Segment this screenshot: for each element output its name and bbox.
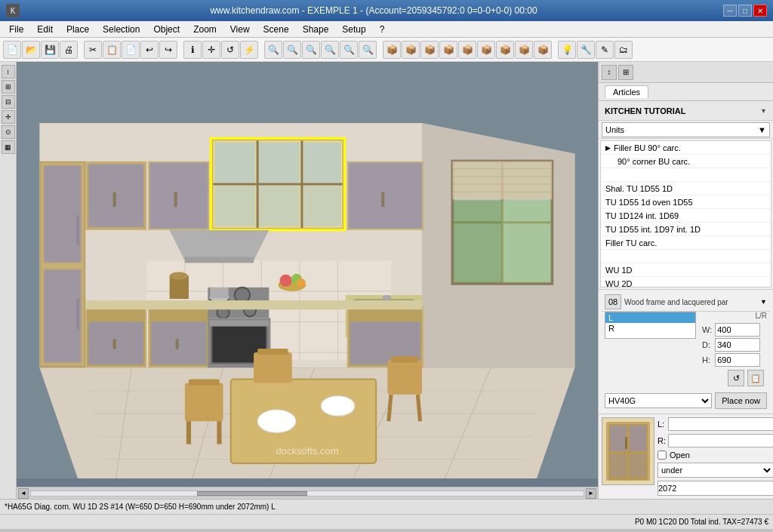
tb-3d7[interactable]: 📦 — [496, 41, 514, 59]
art-shal-tu[interactable]: Shal. TU 1D55 1D — [601, 182, 771, 195]
tb-3d6[interactable]: 📦 — [477, 41, 495, 59]
svg-rect-31 — [454, 200, 502, 282]
art-tu1d55int[interactable]: TU 1D55 int. 1D97 int. 1D — [601, 223, 771, 236]
tb-print[interactable]: 🖨 — [60, 41, 78, 59]
menu-selection[interactable]: Selection — [97, 23, 146, 36]
scroll-left-btn[interactable]: ◄ — [18, 488, 29, 499]
copy-btn[interactable]: 📋 — [747, 370, 764, 386]
menu-file[interactable]: File — [3, 23, 29, 36]
year-input[interactable] — [658, 481, 773, 496]
refresh-btn[interactable]: ↺ — [728, 370, 744, 386]
art-tu1d124[interactable]: TU 1D124 int. 1D69 — [601, 209, 771, 223]
tb-zoom-ext[interactable]: 🔍 — [321, 41, 339, 59]
h-input[interactable] — [715, 353, 760, 367]
tb-zoom-in[interactable]: 🔍 — [264, 41, 282, 59]
lt-btn-1[interactable]: ↕ — [2, 65, 15, 78]
tb-rotate[interactable]: ↺ — [221, 41, 239, 59]
rp-btn-1[interactable]: ↕ — [602, 65, 617, 80]
tb-copy[interactable]: 📋 — [103, 41, 121, 59]
tb-lightning[interactable]: ⚡ — [240, 41, 258, 59]
lt-btn-4[interactable]: ✛ — [2, 110, 15, 124]
menu-help[interactable]: ? — [374, 23, 391, 36]
open-checkbox[interactable] — [658, 451, 667, 460]
right-panel: ↕ ⊞ Articles KITCHEN TUTORIAL ▼ Units ▼ … — [598, 62, 773, 499]
lt-btn-6[interactable]: ▦ — [2, 140, 15, 154]
minimize-button[interactable]: ─ — [723, 5, 737, 17]
tb-3d2[interactable]: 📦 — [402, 41, 420, 59]
rp-btn-2[interactable]: ⊞ — [618, 65, 633, 80]
r-value-input[interactable] — [668, 434, 773, 447]
menu-edit[interactable]: Edit — [31, 23, 59, 36]
tb-3d3[interactable]: 📦 — [420, 41, 439, 59]
articles-tab-btn[interactable]: Articles — [605, 85, 648, 98]
menu-zoom[interactable]: Zoom — [187, 23, 223, 36]
l-value-input[interactable] — [668, 417, 773, 431]
lt-btn-5[interactable]: ⊙ — [2, 125, 15, 139]
tb-undo[interactable]: ↩ — [140, 41, 159, 59]
tb-light[interactable]: 💡 — [558, 41, 576, 59]
lt-btn-3[interactable]: ⊟ — [2, 95, 15, 109]
preview-area: L: R: Open under — [599, 414, 773, 499]
tb-settings[interactable]: 🔧 — [577, 41, 595, 59]
menu-shape[interactable]: Shape — [297, 23, 335, 36]
art-wu2d[interactable]: WU 2D — [601, 277, 771, 288]
tb-info[interactable]: ℹ — [183, 41, 202, 59]
scroll-track[interactable] — [30, 490, 584, 497]
tb-paste[interactable]: 📄 — [122, 41, 140, 59]
lr-item-R[interactable]: R — [605, 323, 695, 334]
art-tu1d55[interactable]: TU 1D55 1d oven 1D55 — [601, 195, 771, 209]
article-list[interactable]: ▶ Filler BU 90° carc. 90° corner BU carc… — [600, 140, 771, 288]
toolbar: 📄 📂 💾 🖨 ✂ 📋 📄 ↩ ↪ ℹ ✛ ↺ ⚡ 🔍 🔍 🔍 🔍 🔍 🔍 📦 … — [0, 38, 773, 62]
kt-header: KITCHEN TUTORIAL ▼ — [599, 101, 773, 121]
place-now-button[interactable]: Place now — [715, 392, 767, 409]
units-select[interactable]: Units ▼ — [602, 122, 770, 137]
svg-rect-100 — [217, 421, 221, 444]
tb-move[interactable]: ✛ — [202, 41, 220, 59]
menu-object[interactable]: Object — [147, 23, 186, 36]
tb-3d8[interactable]: 📦 — [515, 41, 533, 59]
menu-scene[interactable]: Scene — [257, 23, 295, 36]
code08-arrow[interactable]: ▼ — [760, 298, 767, 306]
tb-redo[interactable]: ↪ — [159, 41, 177, 59]
art-wu1d[interactable]: WU 1D — [601, 263, 771, 277]
scroll-thumb[interactable] — [197, 491, 307, 496]
tb-layers[interactable]: 🗂 — [614, 41, 633, 59]
tb-new[interactable]: 📄 — [3, 41, 21, 59]
art-label: Filler TU carc. — [605, 238, 657, 248]
tb-zoom6[interactable]: 🔍 — [359, 41, 377, 59]
tb-3d9[interactable]: 📦 — [534, 41, 552, 59]
left-toolbar: ↕ ⊞ ⊟ ✛ ⊙ ▦ — [0, 62, 17, 499]
tb-3d4[interactable]: 📦 — [439, 41, 457, 59]
close-button[interactable]: ✕ — [753, 5, 767, 17]
3d-viewport[interactable]: docksofts.com — [17, 62, 598, 487]
code-select[interactable]: HV40G — [605, 393, 712, 408]
svg-rect-118 — [630, 454, 646, 477]
tb-3d1[interactable]: 📦 — [383, 41, 401, 59]
tb-zoom-out[interactable]: 🔍 — [283, 41, 301, 59]
maximize-button[interactable]: □ — [738, 5, 752, 17]
scroll-right-btn[interactable]: ► — [586, 488, 596, 499]
menu-view[interactable]: View — [224, 23, 256, 36]
menu-place[interactable]: Place — [60, 23, 95, 36]
w-input[interactable] — [715, 323, 760, 337]
lr-item-L[interactable]: L — [605, 312, 695, 323]
art-filler-tu[interactable]: Filler TU carc. — [601, 236, 771, 250]
d-input[interactable] — [715, 338, 760, 352]
lt-btn-2[interactable]: ⊞ — [2, 80, 15, 94]
tb-3d5[interactable]: 📦 — [458, 41, 476, 59]
svg-rect-71 — [176, 339, 179, 349]
h-scrollbar[interactable]: ◄ ► — [17, 487, 598, 499]
tb-zoom-fit[interactable]: 🔍 — [302, 41, 320, 59]
menu-setup[interactable]: Setup — [336, 23, 371, 36]
art-corner-bu[interactable]: 90° corner BU carc. — [601, 155, 771, 168]
lr-list[interactable]: L R — [605, 312, 696, 339]
tb-edit[interactable]: ✎ — [596, 41, 614, 59]
tb-zoom5[interactable]: 🔍 — [340, 41, 358, 59]
tb-cut[interactable]: ✂ — [84, 41, 102, 59]
art-filler-bu[interactable]: ▶ Filler BU 90° carc. — [601, 141, 771, 155]
svg-point-88 — [382, 295, 391, 300]
kt-dropdown-arrow[interactable]: ▼ — [760, 107, 767, 115]
tb-open[interactable]: 📂 — [22, 41, 40, 59]
under-select[interactable]: under — [658, 463, 773, 478]
tb-save[interactable]: 💾 — [41, 41, 59, 59]
